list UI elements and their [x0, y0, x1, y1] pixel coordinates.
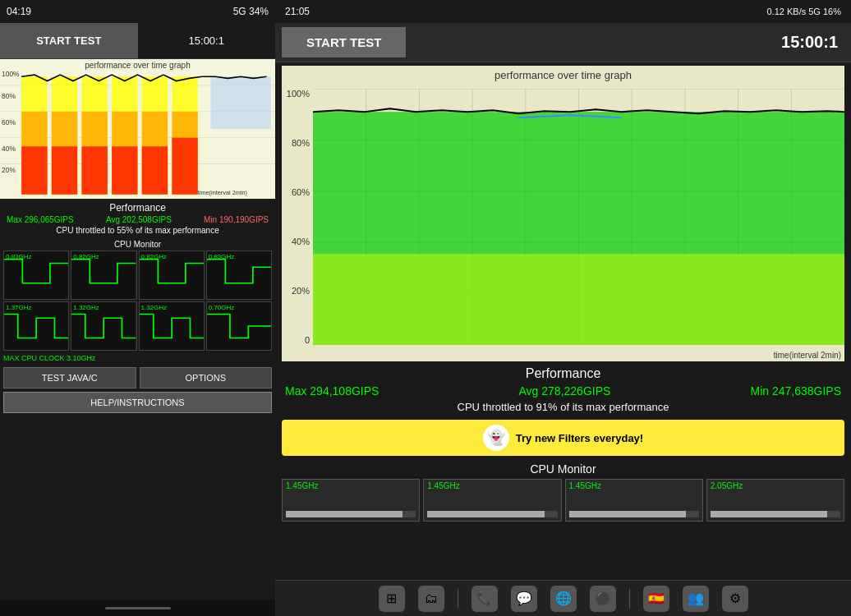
y-0: 0	[305, 335, 310, 345]
right-perf-max: Max 294,108GIPS	[285, 384, 379, 398]
left-cpu-grid: 0.83GHz 0.82GHz 0.82GHz	[3, 251, 272, 351]
svg-rect-28	[172, 138, 197, 195]
svg-text:60%: 60%	[2, 118, 16, 126]
left-cpu-cell-7: 0.70GHz	[206, 301, 272, 351]
right-cpu-bar-fill-3	[711, 511, 827, 517]
bottom-files-icon[interactable]: 🗂	[418, 586, 444, 612]
left-cpu-freq-4: 1.37GHz	[6, 304, 32, 311]
right-cpu-freq-3: 2.05GHz	[711, 481, 743, 490]
right-cpu-freq-1: 1.45GHz	[427, 481, 459, 490]
left-start-button[interactable]: START TEST	[0, 23, 138, 58]
left-perf-avg: Avg 202,508GIPS	[106, 215, 172, 224]
left-cpu-freq-6: 1.32GHz	[141, 304, 168, 311]
svg-text:time(interval 2min): time(interval 2min)	[198, 189, 247, 196]
left-cpu-freq-3: 0.83GHz	[209, 253, 235, 260]
right-status-icons: 0.12 KB/s 5G 16%	[767, 7, 842, 16]
left-cpu-freq-5: 1.32GHz	[73, 304, 99, 311]
help-button[interactable]: HELP/INSTRUCTIONS	[3, 392, 272, 413]
left-time: 04:19	[7, 6, 31, 17]
right-time: 21:05	[285, 6, 310, 17]
bottom-phone-icon[interactable]: 📞	[472, 586, 498, 612]
bottom-divider-1	[458, 589, 458, 609]
ad-banner[interactable]: 👻 Try new Filters everyday!	[282, 420, 844, 456]
right-cpu-cell-0: 1.45GHz	[282, 479, 420, 522]
right-cpu-grid: 1.45GHz 1.45GHz 1.45GHz 2.05GHz	[282, 479, 844, 522]
left-cpu-cell-0: 0.83GHz	[3, 251, 69, 300]
left-cpu-cell-2: 0.82GHz	[139, 251, 205, 300]
left-status-icons: 5G 34%	[233, 6, 269, 17]
options-button[interactable]: OPTIONS	[140, 367, 273, 388]
svg-text:100%: 100%	[2, 70, 20, 78]
right-status-bar: 21:05 0.12 KB/s 5G 16%	[275, 0, 851, 23]
left-cpu-monitor: CPU Monitor 0.83GHz 0.82GHz 0.82GHz	[0, 238, 275, 352]
bottom-chat-icon[interactable]: 💬	[511, 586, 537, 612]
svg-text:20%: 20%	[2, 166, 16, 174]
right-cpu-bar-fill-0	[286, 511, 402, 517]
right-graph-area	[313, 89, 844, 345]
left-cpu-cell-3: 0.83GHz	[206, 251, 272, 300]
svg-rect-19	[81, 146, 107, 194]
right-throttle: CPU throttled to 91% of its max performa…	[285, 401, 841, 413]
right-perf-avg: Avg 278,226GIPS	[519, 384, 611, 398]
svg-text:40%: 40%	[2, 145, 16, 153]
y-100: 100%	[287, 89, 310, 99]
right-cpu-cell-3: 2.05GHz	[706, 479, 844, 522]
right-perf-section: Performance Max 294,108GIPS Avg 278,226G…	[275, 361, 851, 416]
bottom-settings-icon[interactable]: ⚙	[722, 586, 748, 612]
bottom-flag-icon[interactable]: 🇪🇸	[643, 586, 669, 612]
test-java-button[interactable]: TEST JAVA/C	[3, 367, 136, 388]
svg-rect-29	[210, 76, 270, 129]
left-nav-bar	[0, 600, 275, 616]
y-20: 20%	[292, 286, 310, 296]
right-cpu-section: CPU Monitor 1.45GHz 1.45GHz 1.45GHz	[275, 459, 851, 523]
y-40: 40%	[292, 237, 310, 246]
right-perf-title: Performance	[285, 366, 841, 381]
bottom-chrome-icon[interactable]: 🌐	[550, 586, 577, 612]
bottom-users-icon[interactable]: 👥	[683, 586, 709, 612]
left-header: START TEST 15:00:1	[0, 23, 275, 59]
left-status-bar: 04:19 5G 34%	[0, 0, 275, 23]
svg-text:80%: 80%	[2, 92, 16, 100]
nav-indicator	[105, 607, 171, 609]
left-buttons: TEST JAVA/C OPTIONS	[0, 364, 275, 392]
left-cpu-cell-4: 1.37GHz	[3, 301, 69, 351]
left-perf-min: Min 190,190GIPS	[204, 215, 269, 224]
svg-rect-16	[52, 146, 77, 194]
right-status-icons-text: 0.12 KB/s 5G 16%	[767, 7, 842, 16]
left-cpu-freq-2: 0.82GHz	[141, 253, 168, 260]
right-y-axis: 100% 80% 60% 40% 20% 0	[282, 89, 313, 345]
left-cpu-cell-5: 1.32GHz	[71, 301, 136, 351]
left-performance-graph: 100% 80% 60% 40% 20%	[0, 59, 275, 199]
bottom-apps-icon[interactable]: ⊞	[379, 586, 405, 612]
right-time-label: time(interval 2min)	[774, 351, 841, 360]
left-max-cpu: MAX CPU CLOCK 3.10GHz	[0, 352, 275, 364]
left-panel: 04:19 5G 34% START TEST 15:00:1 performa…	[0, 0, 275, 616]
right-cpu-bar-fill-1	[427, 511, 544, 517]
ad-text: Try new Filters everyday!	[516, 432, 643, 444]
left-status-icons-text: 5G 34%	[233, 6, 269, 17]
left-cpu-freq-7: 0.70GHz	[209, 304, 235, 311]
right-cpu-title: CPU Monitor	[282, 462, 844, 476]
left-perf-section: Performance Max 296,065GIPS Avg 202,508G…	[0, 199, 275, 238]
right-cpu-cell-2: 1.45GHz	[565, 479, 703, 522]
right-perf-min: Min 247,638GIPS	[750, 384, 841, 398]
right-bottom-bar: ⊞ 🗂 📞 💬 🌐 ⚫ 🇪🇸 👥 ⚙	[275, 580, 851, 616]
bottom-dark-icon[interactable]: ⚫	[590, 586, 616, 612]
right-performance-graph	[313, 89, 844, 345]
right-start-button[interactable]: START TEST	[282, 27, 406, 57]
snapchat-icon: 👻	[483, 425, 509, 451]
svg-rect-22	[112, 146, 137, 194]
right-cpu-freq-2: 1.45GHz	[569, 481, 601, 490]
right-cpu-freq-0: 1.45GHz	[286, 481, 318, 490]
left-cpu-monitor-title: CPU Monitor	[3, 240, 272, 249]
right-timer: 15:00:1	[781, 33, 838, 52]
left-throttle-text: CPU throttled to 55% of its max performa…	[7, 226, 269, 235]
left-timer: 15:00:1	[138, 23, 276, 58]
right-cpu-bar-3	[711, 511, 840, 517]
svg-rect-56	[313, 254, 844, 345]
right-panel: 21:05 0.12 KB/s 5G 16% START TEST 15:00:…	[275, 0, 851, 616]
left-perf-max: Max 296,065GIPS	[7, 215, 74, 224]
right-cpu-bar-0	[286, 511, 416, 517]
y-60: 60%	[292, 187, 310, 197]
y-80: 80%	[292, 138, 310, 148]
